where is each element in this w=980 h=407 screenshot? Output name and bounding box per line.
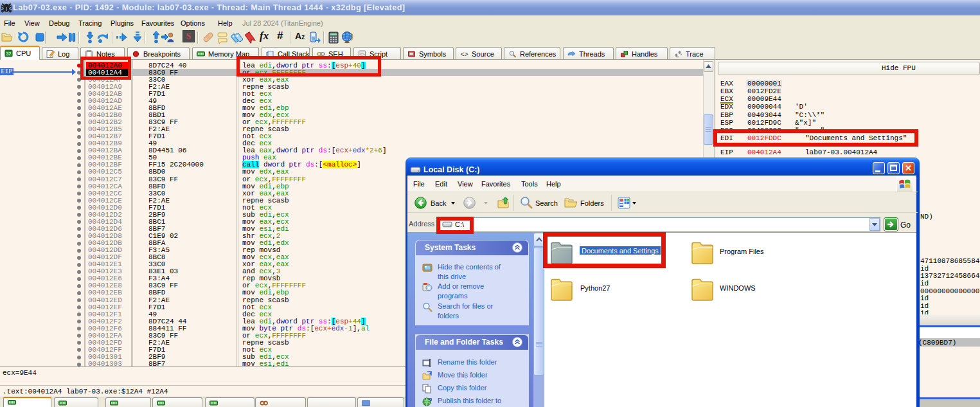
svg-text:<>: <>: [460, 51, 468, 58]
svg-text:32: 32: [6, 51, 12, 56]
